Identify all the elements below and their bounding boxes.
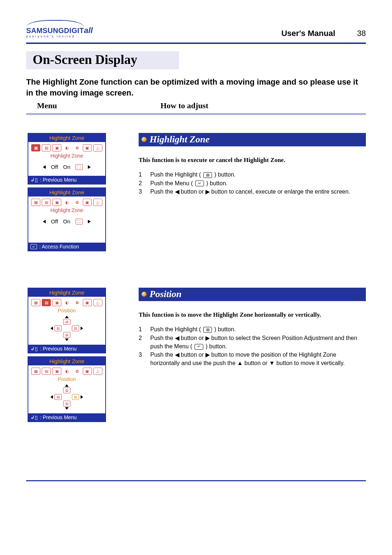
osd-column: Highlight Zone ▦ ▤ ▣ ◐ ✿ ▣ △ Highlight Z… <box>26 133 135 251</box>
osd-subtitle: Highlight Zone <box>31 207 102 213</box>
enlarge-icon: ⛶ <box>75 164 83 170</box>
highlight-button-icon: ▤ <box>203 327 212 333</box>
page-header: SAMSUNG DIGIT all everyone's invited Use… <box>26 20 366 38</box>
section-title-bar: Highlight Zone <box>139 133 366 146</box>
osd-footer: ↲▯ : Previous Menu <box>28 176 105 184</box>
page-title-bar: On-Screen Display <box>26 51 366 69</box>
osd-on-label: On <box>63 218 70 224</box>
page-number: 38 <box>357 29 366 38</box>
osd-tab-icon: ✿ <box>73 144 81 151</box>
position-grid: ▤ ▤ ▤ ▤ <box>31 384 102 410</box>
step-text: Push the ◀ button or ▶ button to move th… <box>150 351 366 367</box>
osd-body: ▦ ▤ ▣ ◐ ✿ ▣ △ Position ▤ ▤ <box>28 365 105 413</box>
pos-up-icon: ▤ <box>63 388 70 393</box>
bullet-icon <box>142 137 147 142</box>
osd-footer-label: : Previous Menu <box>40 346 77 352</box>
highlight-button-icon: ▤ <box>203 172 212 178</box>
step-text-part: ) button. <box>206 343 227 349</box>
osd-title: Highlight Zone <box>28 134 105 142</box>
intro-text: The Highlight Zone function can be optim… <box>26 77 366 98</box>
logo-tagline: everyone's invited <box>26 35 93 38</box>
osd-column: Highlight Zone ▦ ▤ ▣ ◐ ✿ ▣ △ Position ▤ <box>26 288 135 422</box>
manual-label: User's Manual <box>281 29 335 38</box>
osd-tab-icon: ▦ <box>31 144 40 151</box>
osd-tab-icon: ▣ <box>52 299 61 306</box>
position-grid: ▤ ▤ ▤ ▤ <box>31 316 102 341</box>
step-text: Push the ◀ button or ▶ button to cancel,… <box>150 187 366 196</box>
up-arrow-icon <box>65 384 69 387</box>
osd-icon-row: ▦ ▤ ▣ ◐ ✿ ▣ △ <box>31 199 102 206</box>
step-text-part: ) button. <box>206 180 228 186</box>
brand-logo: SAMSUNG DIGIT all everyone's invited <box>26 20 93 38</box>
down-arrow-icon <box>65 407 69 410</box>
step-number: 2 <box>139 334 144 351</box>
down-arrow-icon <box>65 339 69 341</box>
osd-footer-label: : Previous Menu <box>40 414 77 420</box>
exit-icon: ↲▯ <box>30 346 38 352</box>
header-rule <box>26 42 366 44</box>
osd-tab-icon: △ <box>93 299 102 306</box>
section-title-bar: Position <box>139 288 366 301</box>
pos-left-icon: ▤ <box>54 325 62 331</box>
osd-icon-row: ▦ ▤ ▣ ◐ ✿ ▣ △ <box>31 368 102 375</box>
osd-tab-icon: ▤ <box>42 368 51 375</box>
osd-title: Highlight Zone <box>28 357 105 365</box>
step-row: 1 Push the Highlight ( ▤ ) button. <box>139 170 366 179</box>
pos-left-icon: ▤ <box>54 394 62 400</box>
osd-footer: ↲▯ : Previous Menu <box>28 413 105 421</box>
column-rule <box>26 113 366 115</box>
step-text: Push the Highlight ( ▤ ) button. <box>150 170 366 179</box>
osd-tab-icon: ✿ <box>73 199 81 206</box>
col-adjust-label: How to adjust <box>160 101 208 110</box>
osd-footer-label: : Access Function <box>39 244 79 250</box>
step-row: 3 Push the ◀ button or ▶ button to move … <box>139 351 366 367</box>
section-highlight-zone: Highlight Zone ▦ ▤ ▣ ◐ ✿ ▣ △ Highlight Z… <box>26 133 366 251</box>
step-number: 2 <box>139 179 144 187</box>
menu-button-icon: ↵ <box>195 181 204 186</box>
osd-controls: Off On ⛶ <box>31 164 102 170</box>
osd-off-label: Off <box>51 218 58 224</box>
osd-tab-icon: ▣ <box>83 199 92 206</box>
osd-footer: ↲▯ : Previous Menu <box>28 345 105 353</box>
section-title: Highlight Zone <box>150 134 209 145</box>
osd-body: ▦ ▤ ▣ ◐ ✿ ▣ △ Highlight Zone Off On ⛶ <box>28 142 105 176</box>
step-row: 1 Push the Highlight ( ▤ ) button. <box>139 325 366 333</box>
osd-tab-icon: ✿ <box>73 299 81 306</box>
page-title: On-Screen Display <box>33 52 137 67</box>
steps-list: 1 Push the Highlight ( ▤ ) button. 2 Pus… <box>139 325 366 367</box>
osd-tab-icon: ▣ <box>83 299 92 306</box>
osd-tab-icon: ▣ <box>52 144 61 151</box>
manual-page: SAMSUNG DIGIT all everyone's invited Use… <box>0 0 392 496</box>
osd-subtitle: Position <box>31 308 102 313</box>
osd-tab-icon: ▤ <box>42 144 51 151</box>
osd-panel-pos-2: Highlight Zone ▦ ▤ ▣ ◐ ✿ ▣ △ Position ▤ <box>28 356 106 422</box>
osd-tab-icon: △ <box>93 368 102 375</box>
step-row: 3 Push the ◀ button or ▶ button to cance… <box>139 187 366 196</box>
osd-tab-icon: △ <box>93 199 102 206</box>
step-row: 2 Push the ◀ button or ▶ button to selec… <box>139 334 366 351</box>
step-number: 3 <box>139 187 144 196</box>
osd-subtitle: Highlight Zone <box>31 153 102 159</box>
osd-tab-icon: ▤ <box>42 199 51 206</box>
footer-rule <box>26 480 366 481</box>
osd-on-label: On <box>63 164 70 170</box>
osd-tab-icon: ◐ <box>63 299 71 306</box>
right-arrow-icon <box>81 395 83 399</box>
osd-title: Highlight Zone <box>28 288 105 297</box>
step-text-part: Push the ◀ button or ▶ button to select … <box>150 335 357 349</box>
osd-tab-icon: ▣ <box>52 199 61 206</box>
right-arrow-icon <box>81 327 83 330</box>
osd-panel-pos-1: Highlight Zone ▦ ▤ ▣ ◐ ✿ ▣ △ Position ▤ <box>28 288 106 353</box>
osd-spacer <box>31 228 102 240</box>
osd-tab-icon: ▦ <box>31 368 40 375</box>
enlarge-icon: ⛶ <box>75 219 83 224</box>
steps-list: 1 Push the Highlight ( ▤ ) button. 2 Pus… <box>139 170 366 196</box>
osd-icon-row: ▦ ▤ ▣ ◐ ✿ ▣ △ <box>31 144 102 151</box>
pos-down-icon: ▤ <box>63 332 70 338</box>
osd-tab-icon: ▣ <box>83 368 92 375</box>
left-arrow-icon <box>50 395 53 399</box>
osd-footer: ↵ : Access Function <box>28 243 105 251</box>
enter-icon: ↵ <box>30 244 37 249</box>
step-number: 1 <box>139 170 144 179</box>
osd-controls: Off On ⛶ <box>31 218 102 224</box>
